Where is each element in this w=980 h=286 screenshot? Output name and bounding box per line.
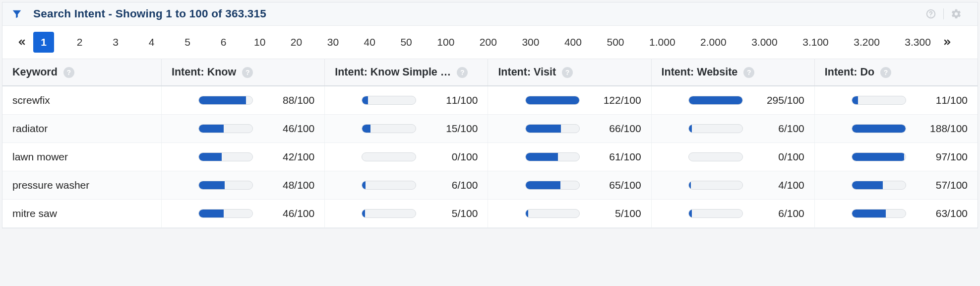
cell-website: 4/100 (651, 171, 814, 199)
intent-bar (525, 124, 580, 133)
cell-keyword[interactable]: screwfix (2, 86, 161, 114)
svg-point-1 (930, 16, 931, 17)
col-label: Intent: Website (662, 66, 738, 78)
page-300[interactable]: 300 (517, 32, 544, 53)
intent-value: 15/100 (428, 123, 478, 135)
cell-know_simple: 15/100 (324, 115, 488, 143)
page-first-icon[interactable] (11, 32, 32, 53)
cell-visit: 122/100 (488, 86, 651, 114)
col-website[interactable]: Intent: Website? (651, 59, 814, 85)
intent-value: 46/100 (265, 123, 314, 135)
intent-value: 0/100 (755, 151, 804, 163)
intent-bar (362, 96, 416, 105)
intent-bar (362, 152, 416, 161)
help-badge-icon[interactable]: ? (63, 67, 74, 78)
cell-know: 46/100 (161, 200, 324, 227)
cell-keyword[interactable]: pressure washer (2, 171, 161, 199)
intent-value: 88/100 (265, 94, 314, 106)
intent-value: 42/100 (265, 151, 314, 163)
help-badge-icon[interactable]: ? (880, 67, 891, 78)
intent-bar (198, 96, 253, 105)
intent-value: 295/100 (755, 94, 804, 106)
page-6[interactable]: 6 (213, 32, 234, 53)
intent-value: 6/100 (755, 208, 804, 219)
gear-icon[interactable] (944, 8, 969, 19)
col-label: Intent: Know (172, 66, 236, 78)
col-label: Intent: Do (825, 66, 874, 78)
intent-bar (362, 209, 416, 218)
page-4[interactable]: 4 (141, 32, 162, 53)
page-3[interactable]: 3 (105, 32, 126, 53)
col-visit[interactable]: Intent: Visit? (488, 59, 651, 85)
intent-bar (688, 209, 743, 218)
panel-actions (919, 8, 969, 19)
cell-keyword[interactable]: radiator (2, 115, 161, 143)
intent-value: 97/100 (918, 151, 968, 163)
intent-value: 66/100 (592, 123, 641, 135)
intent-bar (362, 124, 416, 133)
intent-value: 11/100 (428, 94, 478, 106)
intent-bar (198, 209, 253, 218)
cell-do: 11/100 (814, 86, 978, 114)
intent-value: 6/100 (428, 179, 478, 191)
page-500[interactable]: 500 (602, 32, 629, 53)
page-1.000[interactable]: 1.000 (644, 32, 680, 53)
cell-keyword[interactable]: lawn mower (2, 143, 161, 171)
table-row: screwfix88/10011/100122/100295/10011/100 (2, 86, 978, 115)
intent-value: 0/100 (428, 151, 478, 163)
page-2[interactable]: 2 (69, 32, 90, 53)
cell-know: 88/100 (161, 86, 324, 114)
table-header-row: Keyword?Intent: Know?Intent: Know Simple… (2, 59, 978, 86)
intent-bar (525, 96, 580, 105)
cell-know: 46/100 (161, 115, 324, 143)
intent-bar (688, 181, 743, 190)
page-10[interactable]: 10 (249, 32, 270, 53)
intent-value: 57/100 (918, 179, 968, 191)
table-row: lawn mower42/1000/10061/1000/10097/100 (2, 143, 978, 171)
panel-title: Search Intent - Showing 1 to 100 of 363.… (33, 7, 919, 20)
page-200[interactable]: 200 (475, 32, 502, 53)
col-keyword[interactable]: Keyword? (2, 59, 161, 85)
cell-do: 188/100 (814, 115, 978, 143)
page-3.300[interactable]: 3.300 (900, 32, 936, 53)
page-1[interactable]: 1 (33, 32, 54, 53)
cell-visit: 5/100 (488, 200, 651, 227)
page-2.000[interactable]: 2.000 (695, 32, 732, 53)
page-40[interactable]: 40 (359, 32, 380, 53)
search-intent-panel: Search Intent - Showing 1 to 100 of 363.… (2, 2, 978, 228)
help-icon[interactable] (919, 8, 943, 19)
page-last-icon[interactable] (937, 32, 958, 53)
cell-know_simple: 0/100 (324, 143, 488, 171)
cell-website: 6/100 (651, 200, 814, 227)
page-50[interactable]: 50 (395, 32, 417, 53)
intent-value: 188/100 (918, 123, 968, 135)
help-badge-icon[interactable]: ? (242, 67, 253, 78)
help-badge-icon[interactable]: ? (562, 67, 573, 78)
col-label: Intent: Know Simple … (335, 66, 451, 78)
page-20[interactable]: 20 (286, 32, 307, 53)
col-know[interactable]: Intent: Know? (161, 59, 324, 85)
intent-bar (688, 152, 743, 161)
page-400[interactable]: 400 (559, 32, 587, 53)
help-badge-icon[interactable]: ? (743, 67, 754, 78)
filter-icon[interactable] (11, 8, 22, 19)
page-100[interactable]: 100 (432, 32, 459, 53)
intent-bar (852, 124, 906, 133)
pagination: 12345610203040501002003004005001.0002.00… (2, 26, 978, 59)
page-3.000[interactable]: 3.000 (746, 32, 783, 53)
table-row: radiator46/10015/10066/1006/100188/100 (2, 115, 978, 143)
col-do[interactable]: Intent: Do? (814, 59, 978, 85)
intent-value: 5/100 (592, 208, 641, 219)
cell-keyword[interactable]: mitre saw (2, 200, 161, 227)
cell-website: 6/100 (651, 115, 814, 143)
page-5[interactable]: 5 (177, 32, 198, 53)
page-3.100[interactable]: 3.100 (797, 32, 834, 53)
help-badge-icon[interactable]: ? (457, 67, 468, 78)
cell-know_simple: 11/100 (324, 86, 488, 114)
cell-do: 63/100 (814, 200, 978, 227)
table-body: screwfix88/10011/100122/100295/10011/100… (2, 86, 978, 228)
page-30[interactable]: 30 (322, 32, 344, 53)
cell-do: 57/100 (814, 171, 978, 199)
page-3.200[interactable]: 3.200 (849, 32, 885, 53)
col-know_simple[interactable]: Intent: Know Simple …? (324, 59, 488, 85)
